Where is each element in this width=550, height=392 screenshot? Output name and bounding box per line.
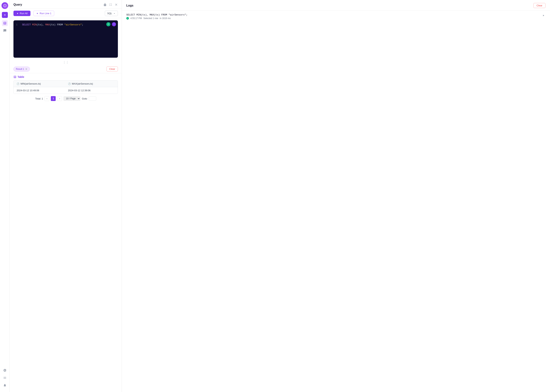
log-success-icon (126, 17, 129, 20)
settings-icon (3, 369, 7, 372)
cell-min-ts: 2024-03-12 10:49:06 (14, 87, 65, 94)
play-icon (16, 12, 19, 14)
logs-panel: Logs Clear SELECT MIN(ts), MAX(ts) FROM … (122, 0, 550, 392)
table-row: 2024-03-12 10:49:06 2024-03-12 12:39:06 (14, 87, 118, 94)
run-line-button[interactable]: Run Line 1 (33, 11, 54, 16)
per-page-select[interactable]: 10 / Page 20 / Page 50 / Page (64, 96, 80, 101)
query-header: Query (10, 0, 122, 9)
editor-icons: ↺ ⚡ (106, 22, 116, 26)
add-button[interactable] (2, 12, 8, 18)
table-label: Table (14, 75, 118, 78)
table-view-icon (14, 75, 16, 78)
result-tab-close[interactable]: ✕ (25, 68, 28, 70)
run-icon (542, 14, 545, 17)
log-entry-content: SELECT MIN(ts), MAX(ts) FROM "airSensors… (126, 14, 188, 20)
current-page: 1 (51, 96, 56, 101)
sidebar-item-query[interactable] (2, 20, 8, 26)
header-icons (103, 3, 118, 6)
code-editor[interactable]: 1 SELECT MIN(ts), MAX(ts) FROM "airSenso… (14, 20, 118, 58)
editor-icon-purple[interactable]: ⚡ (112, 22, 116, 26)
log-run-button[interactable] (541, 14, 545, 18)
editor-icon-green[interactable]: ↺ (106, 22, 110, 26)
query-title: Query (14, 3, 22, 6)
run-all-button[interactable]: Run All (14, 11, 30, 16)
pagination: Total: 1 ‹ 1 › 10 / Page 20 / Page 50 / … (14, 94, 118, 103)
query-panel: Query Run All (10, 0, 122, 392)
spiral-icon (3, 4, 7, 7)
log-time: 4:55:17 PM (130, 17, 142, 20)
results-area: Result 1 ✕ Clear Table (10, 65, 122, 392)
sidebar-item-settings[interactable] (2, 367, 8, 373)
bell-icon (3, 384, 7, 387)
results-tabs: Result 1 ✕ Clear (10, 65, 122, 73)
sidebar-item-notifications[interactable] (2, 382, 8, 388)
logs-title: Logs (126, 4, 133, 7)
sidebar (0, 0, 10, 392)
log-meta: 4:55:17 PM Selected 1 row in 1616 ms (126, 17, 188, 20)
chat-icon (3, 29, 7, 32)
sidebar-item-menu[interactable] (2, 375, 8, 381)
log-status: Selected 1 row (143, 17, 158, 20)
log-entry: SELECT MIN(ts), MAX(ts) FROM "airSensors… (126, 14, 545, 20)
next-page-button[interactable]: › (57, 96, 62, 101)
plus-icon (3, 14, 6, 16)
goto-input[interactable] (89, 97, 96, 101)
clear-result-button[interactable]: Clear (107, 66, 118, 71)
data-table-wrapper: 🕐 MIN(airSensors.ts) 🕐 MAX(airSensors.ts… (14, 80, 118, 94)
table-icon (3, 21, 7, 25)
app-logo (1, 2, 8, 9)
table-section: Table 🕐 MIN(airSensors.ts) (10, 73, 122, 105)
sql-language-select[interactable]: SQL (105, 11, 118, 16)
chevron-down-icon (113, 12, 115, 14)
expand-icon[interactable] (109, 3, 112, 6)
main-content: Query Run All (10, 0, 550, 392)
sidebar-bottom (2, 367, 8, 390)
data-table: 🕐 MIN(airSensors.ts) 🕐 MAX(airSensors.ts… (14, 80, 118, 94)
code-line: 1 SELECT MIN(ts), MAX(ts) FROM "airSenso… (16, 23, 115, 27)
lock-icon[interactable] (103, 3, 107, 6)
log-duration: in 1616 ms (160, 17, 171, 20)
prev-page-button[interactable]: ‹ (44, 96, 49, 101)
clear-logs-button[interactable]: Clear (533, 3, 545, 8)
result-tab[interactable]: Result 1 ✕ (14, 67, 30, 71)
menu-icon (3, 376, 7, 379)
cell-max-ts: 2024-03-12 12:39:06 (65, 87, 118, 94)
col-header-0: 🕐 MIN(airSensors.ts) (14, 80, 65, 87)
logs-header: Logs Clear (122, 0, 550, 10)
resize-handle[interactable]: ⋮⋮ (10, 60, 122, 65)
play-line-icon (36, 12, 38, 14)
query-toolbar: Run All Run Line 1 SQL (10, 9, 122, 18)
close-icon[interactable] (114, 3, 118, 6)
sidebar-item-chat[interactable] (2, 28, 8, 34)
col-header-1: 🕐 MAX(airSensors.ts) (65, 80, 118, 87)
log-query-text: SELECT MIN(ts), MAX(ts) FROM "airSensors… (126, 14, 188, 16)
logs-content: SELECT MIN(ts), MAX(ts) FROM "airSensors… (122, 10, 550, 392)
